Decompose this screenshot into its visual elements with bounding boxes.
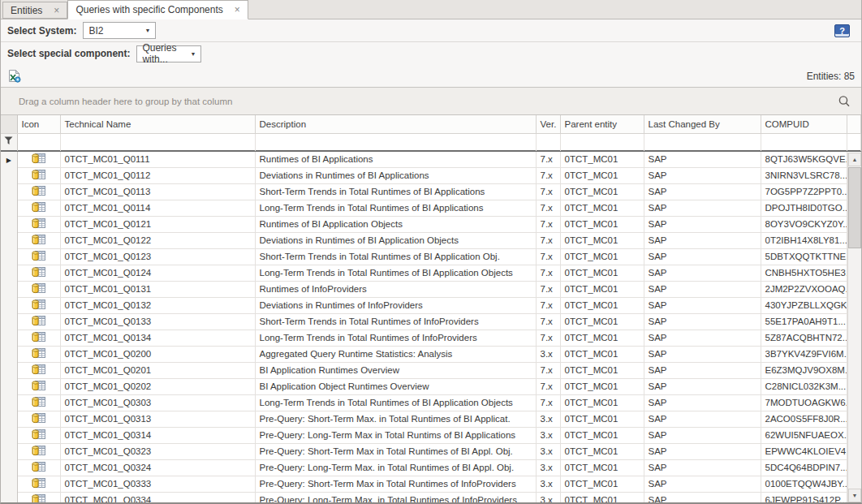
table-row[interactable]: ▶ 0TCT_MC01_Q0124 Long-Term Trends in To… [1,265,860,281]
cell-version[interactable]: 7.x [536,378,560,394]
cell-description[interactable]: Pre-Query: Short-Term Max. in Total Runt… [255,411,536,427]
cell-last-changed-by[interactable]: SAP [644,443,761,459]
cell-last-changed-by[interactable]: SAP [644,346,761,362]
cell-compuid[interactable]: 2JM2P2ZVXOOAQ... [761,281,847,297]
cell-version[interactable]: 7.x [536,216,560,232]
cell-last-changed-by[interactable]: SAP [644,411,761,427]
cell-last-changed-by[interactable]: SAP [644,151,761,167]
help-button[interactable]: ? [834,24,850,37]
cell-description[interactable]: Pre-Query: Long-Term Max in Total Runtim… [255,427,536,443]
cell-parent-entity[interactable]: 0TCT_MC01 [560,330,644,346]
table-row[interactable]: ▶ 0TCT_MC01_Q0113 Short-Term Trends in T… [1,183,860,200]
cell-compuid[interactable]: 5Z87ACQBHTN72... [761,330,847,346]
component-dropdown[interactable]: Queries with... ▼ [136,45,201,62]
cell-last-changed-by[interactable]: SAP [644,183,761,200]
cell-compuid[interactable]: DPOJTH8ID0TGO... [761,200,847,216]
cell-compuid[interactable]: 0100ETQQW4JBY... [761,476,847,492]
cell-compuid[interactable]: 2ACO0S5FF8J0R... [761,411,847,427]
cell-description[interactable]: Pre-Query: Short-Term Max in Total Runti… [255,476,536,492]
cell-description[interactable]: Deviations in Runtimes of BI Application… [255,167,536,183]
cell-compuid[interactable]: 8OY3VO9CKYZ0Y... [761,216,847,232]
cell-description[interactable]: Long-Term Trends in Total Runtimes of BI… [255,265,536,281]
cell-technical-name[interactable]: 0TCT_MC01_Q0123 [60,248,255,265]
cell-compuid[interactable]: 0T2IBH14X8LY81... [761,232,847,248]
cell-last-changed-by[interactable]: SAP [644,427,761,443]
close-icon[interactable]: × [235,5,240,15]
filter-cell-parent-entity[interactable] [560,133,644,150]
table-row[interactable]: ▶ 0TCT_MC01_Q0334 Pre-Query: Long-Term M… [1,492,860,504]
cell-parent-entity[interactable]: 0TCT_MC01 [560,281,644,297]
cell-description[interactable]: Pre-Query: Long-Term Max. in Total Runti… [255,492,536,504]
system-dropdown[interactable]: BI2 ▼ [83,22,156,39]
cell-compuid[interactable]: 7MODTUOAGKW6... [761,394,847,411]
filter-cell-icon[interactable] [17,133,60,150]
cell-last-changed-by[interactable]: SAP [644,394,761,411]
cell-version[interactable]: 3.x [536,492,560,504]
cell-technical-name[interactable]: 0TCT_MC01_Q0313 [60,411,255,427]
column-header-technical-name[interactable]: Technical Name [60,115,255,133]
cell-parent-entity[interactable]: 0TCT_MC01 [560,265,644,281]
filter-cell-compuid[interactable] [761,133,847,150]
cell-description[interactable]: Runtimes of BI Application Objects [255,216,536,232]
cell-version[interactable]: 7.x [536,183,560,200]
cell-parent-entity[interactable]: 0TCT_MC01 [560,297,644,313]
table-row[interactable]: ▶ 0TCT_MC01_Q0133 Short-Term Trends in T… [1,313,860,330]
cell-parent-entity[interactable]: 0TCT_MC01 [560,200,644,216]
cell-last-changed-by[interactable]: SAP [644,476,761,492]
cell-version[interactable]: 7.x [536,313,560,330]
cell-version[interactable]: 3.x [536,411,560,427]
cell-technical-name[interactable]: 0TCT_MC01_Q0200 [60,346,255,362]
cell-technical-name[interactable]: 0TCT_MC01_Q0111 [60,151,255,167]
cell-technical-name[interactable]: 0TCT_MC01_Q0324 [60,459,255,476]
cell-version[interactable]: 7.x [536,362,560,378]
cell-last-changed-by[interactable]: SAP [644,297,761,313]
scrollbar-thumb[interactable] [848,167,861,248]
cell-compuid[interactable]: E6Z3MQJV9OX8M... [761,362,847,378]
cell-technical-name[interactable]: 0TCT_MC01_Q0124 [60,265,255,281]
cell-parent-entity[interactable]: 0TCT_MC01 [560,443,644,459]
cell-description[interactable]: Pre-Query: Short-Term Max in Total Runti… [255,443,536,459]
cell-version[interactable]: 7.x [536,232,560,248]
cell-version[interactable]: 7.x [536,200,560,216]
cell-last-changed-by[interactable]: SAP [644,378,761,394]
cell-version[interactable]: 7.x [536,297,560,313]
cell-parent-entity[interactable]: 0TCT_MC01 [560,248,644,265]
cell-technical-name[interactable]: 0TCT_MC01_Q0303 [60,394,255,411]
column-header-version[interactable]: Ver. [536,115,560,133]
cell-technical-name[interactable]: 0TCT_MC01_Q0202 [60,378,255,394]
table-row[interactable]: ▶ 0TCT_MC01_Q0123 Short-Term Trends in T… [1,248,860,265]
scroll-up-button[interactable]: ▲ [848,153,861,166]
cell-description[interactable]: Aggregated Query Runtime Statistics: Ana… [255,346,536,362]
table-row[interactable]: ▶ 0TCT_MC01_Q0201 BI Application Runtime… [1,362,860,378]
cell-compuid[interactable]: 5DC4Q64BDPIN7... [761,459,847,476]
cell-technical-name[interactable]: 0TCT_MC01_Q0114 [60,200,255,216]
cell-version[interactable]: 7.x [536,248,560,265]
cell-description[interactable]: Short-Term Trends in Total Runtimes of B… [255,248,536,265]
table-row[interactable]: ▶ 0TCT_MC01_Q0132 Deviations in Runtimes… [1,297,860,313]
cell-technical-name[interactable]: 0TCT_MC01_Q0133 [60,313,255,330]
cell-compuid[interactable]: 55E17PA0AH9T1... [761,313,847,330]
table-row[interactable]: ▶ 0TCT_MC01_Q0324 Pre-Query: Long-Term M… [1,459,860,476]
cell-technical-name[interactable]: 0TCT_MC01_Q0334 [60,492,255,504]
cell-description[interactable]: Runtimes of InfoProviders [255,281,536,297]
cell-last-changed-by[interactable]: SAP [644,362,761,378]
cell-last-changed-by[interactable]: SAP [644,459,761,476]
export-excel-button[interactable] [7,69,22,84]
table-row[interactable]: ▶ 0TCT_MC01_Q0134 Long-Term Trends in To… [1,330,860,346]
cell-technical-name[interactable]: 0TCT_MC01_Q0333 [60,476,255,492]
cell-parent-entity[interactable]: 0TCT_MC01 [560,362,644,378]
close-icon[interactable]: × [54,6,59,15]
cell-last-changed-by[interactable]: SAP [644,248,761,265]
cell-compuid[interactable]: EPWWC4KLOIEV4... [761,443,847,459]
cell-version[interactable]: 3.x [536,427,560,443]
cell-last-changed-by[interactable]: SAP [644,232,761,248]
table-row[interactable]: ▶ 0TCT_MC01_Q0200 Aggregated Query Runti… [1,346,860,362]
cell-compuid[interactable]: 6JEWPP91S412P... [761,492,847,504]
cell-version[interactable]: 3.x [536,443,560,459]
cell-parent-entity[interactable]: 0TCT_MC01 [560,346,644,362]
column-header-last-changed-by[interactable]: Last Changed By [644,115,761,133]
table-row[interactable]: ▶ 0TCT_MC01_Q0114 Long-Term Trends in To… [1,200,860,216]
cell-version[interactable]: 3.x [536,346,560,362]
cell-version[interactable]: 7.x [536,394,560,411]
cell-technical-name[interactable]: 0TCT_MC01_Q0122 [60,232,255,248]
